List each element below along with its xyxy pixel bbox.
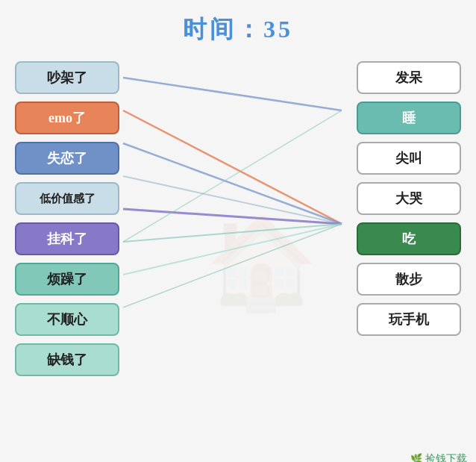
- bg-logo: 🏠: [206, 210, 318, 316]
- right-column: 发呆 睡 尖叫 大哭 吃 散步 玩手机: [357, 61, 461, 336]
- timer-display: 时间：35: [183, 16, 293, 43]
- header: 时间：35: [0, 0, 476, 54]
- svg-line-2: [123, 143, 342, 224]
- watermark-text: 捡钱下载: [425, 452, 467, 462]
- left-item-7[interactable]: 缺钱了: [15, 343, 119, 376]
- left-column: 吵架了 emo了 失恋了 低价值感了 挂科了 烦躁了 不顺心 缺钱了: [15, 61, 119, 376]
- right-item-3[interactable]: 大哭: [357, 182, 461, 215]
- left-item-6[interactable]: 不顺心: [15, 303, 119, 336]
- right-item-5[interactable]: 散步: [357, 263, 461, 296]
- main-area: 🏠 吵架了 emo了 失恋了 低价值感了: [0, 54, 476, 462]
- svg-line-4: [123, 209, 342, 224]
- right-item-1[interactable]: 睡: [357, 102, 461, 134]
- svg-line-0: [123, 78, 342, 110]
- svg-line-3: [123, 176, 342, 224]
- left-item-2[interactable]: 失恋了: [15, 142, 119, 175]
- left-item-1[interactable]: emo了: [15, 102, 119, 134]
- svg-line-5: [123, 224, 342, 242]
- right-item-2[interactable]: 尖叫: [357, 142, 461, 175]
- right-item-6[interactable]: 玩手机: [357, 303, 461, 336]
- left-item-0[interactable]: 吵架了: [15, 61, 119, 94]
- left-item-5[interactable]: 烦躁了: [15, 263, 119, 296]
- watermark-icon: 🌿: [410, 453, 422, 462]
- svg-line-8: [123, 224, 342, 308]
- left-item-3[interactable]: 低价值感了: [15, 182, 119, 215]
- left-item-4[interactable]: 挂科了: [15, 222, 119, 255]
- svg-line-1: [123, 110, 342, 224]
- watermark: 🌿 捡钱下载: [410, 452, 467, 462]
- right-item-0[interactable]: 发呆: [357, 61, 461, 94]
- svg-line-7: [123, 110, 342, 242]
- right-item-4[interactable]: 吃: [357, 222, 461, 255]
- svg-line-6: [123, 224, 342, 275]
